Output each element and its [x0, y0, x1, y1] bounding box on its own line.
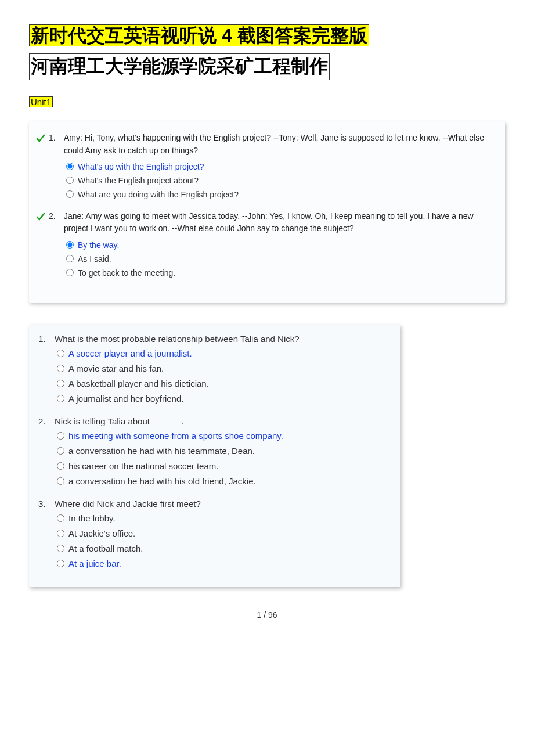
option-item[interactable]: In the lobby.: [57, 511, 387, 526]
page-footer: 1 / 96: [29, 610, 505, 620]
option-item[interactable]: A soccer player and a journalist.: [57, 346, 387, 361]
radio-input[interactable]: [57, 462, 64, 470]
option-item[interactable]: By the way.: [66, 239, 491, 253]
radio-input[interactable]: [57, 350, 64, 357]
option-item[interactable]: What's up with the English project?: [66, 160, 491, 174]
question-row: 3. Where did Nick and Jackie first meet?: [36, 499, 387, 509]
question-text: Amy: Hi, Tony, what's happening with the…: [64, 132, 491, 157]
radio-input[interactable]: [57, 545, 64, 552]
options-group: By the way. As I said. To get back to th…: [33, 239, 491, 280]
check-icon: [33, 210, 49, 224]
radio-input[interactable]: [66, 163, 74, 170]
question-row: 2. Nick is telling Talia about ______.: [36, 416, 387, 426]
option-item[interactable]: his career on the national soccer team.: [57, 459, 387, 474]
option-text: What's the English project about?: [78, 174, 199, 188]
sub-title: 河南理工大学能源学院采矿工程制作: [29, 53, 330, 80]
radio-input[interactable]: [57, 560, 64, 567]
main-title: 新时代交互英语视听说 4 截图答案完整版: [29, 24, 369, 46]
option-item[interactable]: a conversation he had with his teammate,…: [57, 444, 387, 459]
option-text: his career on the national soccer team.: [68, 459, 218, 474]
option-text: A basketball player and his dietician.: [68, 376, 209, 391]
question-text: Nick is telling Talia about ______.: [55, 416, 387, 426]
question-row: 2. Jane: Amy was going to meet with Jess…: [33, 210, 491, 235]
option-text: By the way.: [78, 239, 119, 253]
question-text: What is the most probable relationship b…: [55, 334, 387, 344]
option-text: At a football match.: [68, 541, 143, 556]
options-group: his meeting with someone from a sports s…: [36, 429, 387, 489]
unit-label: Unit1: [29, 96, 53, 107]
option-text: A soccer player and a journalist.: [68, 346, 192, 361]
option-text: To get back to the meeting.: [78, 267, 175, 280]
radio-input[interactable]: [57, 395, 64, 402]
option-text: What are you doing with the English proj…: [78, 188, 239, 202]
radio-input[interactable]: [66, 190, 74, 198]
radio-input[interactable]: [57, 380, 64, 387]
option-text: a conversation he had with his old frien…: [68, 474, 256, 489]
radio-input[interactable]: [57, 365, 64, 372]
question-text: Jane: Amy was going to meet with Jessica…: [64, 210, 491, 235]
option-item[interactable]: At a football match.: [57, 541, 387, 556]
option-text: In the lobby.: [68, 511, 116, 526]
option-text: At a juice bar.: [68, 556, 121, 571]
main-title-row: 新时代交互英语视听说 4 截图答案完整版: [29, 23, 505, 49]
option-item[interactable]: As I said.: [66, 253, 491, 267]
question-number: 3.: [38, 499, 55, 509]
option-item[interactable]: A journalist and her boyfriend.: [57, 391, 387, 406]
option-text: A journalist and her boyfriend.: [68, 391, 183, 406]
radio-input[interactable]: [57, 477, 64, 485]
option-item[interactable]: To get back to the meeting.: [66, 267, 491, 280]
option-item[interactable]: his meeting with someone from a sports s…: [57, 429, 387, 444]
radio-input[interactable]: [57, 432, 64, 440]

radio-input[interactable]: [57, 514, 64, 522]
radio-input[interactable]: [57, 530, 64, 537]
question-number: 2.: [38, 416, 55, 426]
option-item[interactable]: What's the English project about?: [66, 174, 491, 188]
question-number: 1.: [38, 334, 55, 344]
option-item[interactable]: A movie star and his fan.: [57, 361, 387, 376]
quiz-card-1: 1. Amy: Hi, Tony, what's happening with …: [29, 121, 505, 303]
question-number: 2.: [49, 210, 64, 221]
radio-input[interactable]: [66, 241, 74, 249]
question-row: 1. What is the most probable relationshi…: [36, 334, 387, 344]
options-group: In the lobby. At Jackie's office. At a f…: [36, 511, 387, 572]
options-group: A soccer player and a journalist. A movi…: [36, 346, 387, 407]
option-text: At Jackie's office.: [68, 526, 135, 541]
option-item[interactable]: What are you doing with the English proj…: [66, 188, 491, 202]
option-text: a conversation he had with his teammate,…: [68, 444, 255, 459]
question-number: 1.: [49, 132, 64, 142]
check-icon: [33, 132, 49, 146]
option-item[interactable]: A basketball player and his dietician.: [57, 376, 387, 391]
option-text: As I said.: [78, 253, 111, 267]
option-item[interactable]: At Jackie's office.: [57, 526, 387, 541]
option-item[interactable]: At a juice bar.: [57, 556, 387, 571]
question-row: 1. Amy: Hi, Tony, what's happening with …: [33, 132, 491, 157]
radio-input[interactable]: [57, 447, 64, 455]
option-text: his meeting with someone from a sports s…: [68, 429, 283, 444]
radio-input[interactable]: [66, 269, 74, 276]
radio-input[interactable]: [66, 255, 74, 262]
option-text: What's up with the English project?: [78, 160, 204, 174]
quiz-card-2: 1. What is the most probable relationshi…: [29, 325, 400, 587]
option-text: A movie star and his fan.: [68, 361, 164, 376]
options-group: What's up with the English project? What…: [33, 160, 491, 201]
question-text: Where did Nick and Jackie first meet?: [55, 499, 387, 509]
sub-title-row: 河南理工大学能源学院采矿工程制作: [29, 49, 505, 80]
option-item[interactable]: a conversation he had with his old frien…: [57, 474, 387, 489]
radio-input[interactable]: [66, 177, 74, 184]
